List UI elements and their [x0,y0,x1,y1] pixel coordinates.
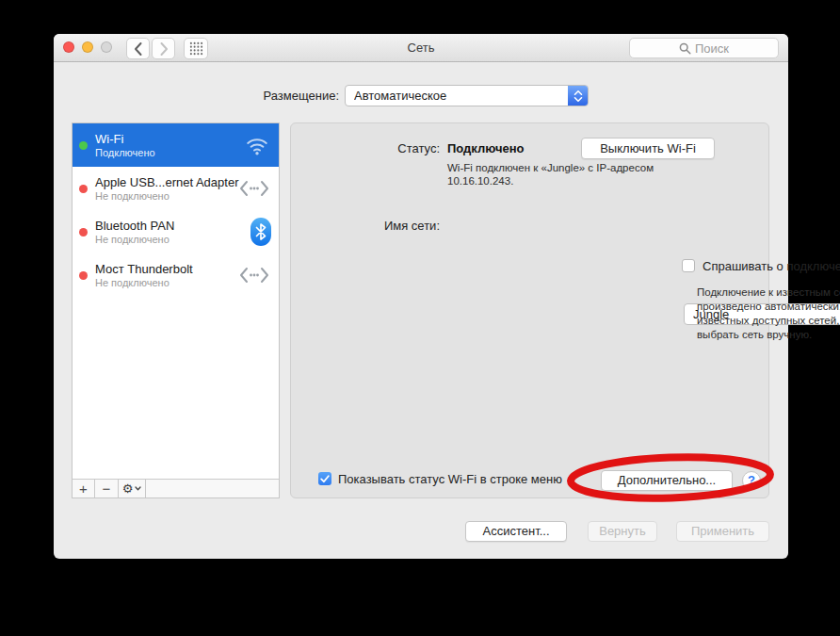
sidebar-item-wifi[interactable]: Wi-Fi Подключено [73,123,279,167]
checkmark-icon [319,473,331,484]
services-toolbar: + − ⚙ [73,479,279,497]
remove-service-button[interactable]: − [95,480,119,497]
service-actions-button[interactable]: ⚙ [119,480,146,497]
service-name: Bluetooth PAN [95,219,174,233]
service-name: Apple USB...ernet Adapter [95,175,238,189]
location-select[interactable]: Автоматическое [345,85,589,106]
turn-off-wifi-button[interactable]: Выключить Wi-Fi [581,138,715,159]
ask-to-join-info: Подключение к известным сетям будет прои… [697,285,840,342]
apply-button: Применить [676,521,769,542]
service-name: Мост Thunderbolt [95,262,193,276]
add-service-button[interactable]: + [73,480,95,497]
network-preferences-window: Сеть Поиск Размещение: Автоматическое Wi… [54,34,788,559]
status-detail: Wi-Fi подключен к «Jungle» с IP-адресом … [447,161,673,188]
disconnected-dot [79,228,88,236]
service-status: Не подключено [95,234,174,245]
service-status: Подключено [95,147,155,158]
wifi-icon [243,135,271,156]
status-value: Подключено [447,141,524,155]
minus-icon: − [103,481,111,497]
search-input[interactable]: Поиск [629,38,779,58]
service-status: Не подключено [95,190,238,202]
advanced-button[interactable]: Дополнительно... [601,470,733,491]
ethernet-icon [237,265,271,285]
sidebar-item-bluetooth-pan[interactable]: Bluetooth PAN Не подключено [73,210,279,253]
wifi-settings-pane: Статус: Подключено Выключить Wi-Fi Wi-Fi… [290,122,769,498]
bluetooth-icon [250,218,271,246]
location-value: Автоматическое [354,86,565,106]
location-label: Размещение: [186,89,339,103]
disconnected-dot [79,271,88,280]
show-wifi-status-checkbox[interactable] [318,472,331,485]
status-label: Статус: [329,141,440,155]
ethernet-icon [237,178,271,199]
ask-to-join-label: Спрашивать о подключении к новым сетям [703,259,840,273]
service-status: Не подключено [95,277,193,288]
connected-dot [79,141,88,150]
assistant-button[interactable]: Ассистент... [465,521,567,542]
network-name-label: Имя сети: [329,219,440,233]
search-icon [679,42,691,55]
gear-icon: ⚙ [122,481,134,496]
services-list: Wi-Fi Подключено Apple USB...ernet Adapt… [72,122,280,498]
disconnected-dot [79,185,88,193]
titlebar: Сеть Поиск [54,34,788,62]
service-name: Wi-Fi [95,132,155,146]
show-wifi-status-label: Показывать статус Wi-Fi в строке меню [338,472,562,486]
stepper-icon [568,86,588,106]
revert-button: Вернуть [588,521,657,542]
sidebar-item-usb-ethernet[interactable]: Apple USB...ernet Adapter Не подключено [73,167,279,210]
help-button[interactable]: ? [742,471,761,490]
search-placeholder: Поиск [695,41,729,56]
sidebar-item-thunderbolt-bridge[interactable]: Мост Thunderbolt Не подключено [73,253,279,297]
toolbar-filler [146,480,279,497]
chevron-down-icon [135,486,141,491]
ask-to-join-checkbox[interactable] [682,259,695,272]
plus-icon: + [79,481,88,497]
